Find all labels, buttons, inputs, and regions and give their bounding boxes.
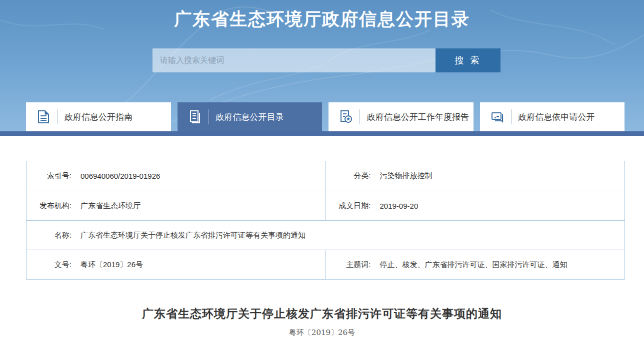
table-row: 发布机构: 广东省生态环境厅 成文日期: 2019-09-20 [26, 191, 624, 220]
search-button[interactable]: 搜 索 [436, 48, 500, 72]
meta-label: 发布机构: [26, 201, 72, 211]
meta-cell-index-number: 索引号: 006940060/2019-01926 [26, 161, 326, 191]
tab-label: 政府信息公开工作年度报告 [367, 111, 469, 123]
main-content: 索引号: 006940060/2019-01926 分类: 污染物排放控制 发布… [0, 161, 644, 338]
meta-cell-keywords: 主题词: 停止、核发、广东省排污许可证、国家排污许可证、通知 [326, 250, 625, 279]
meta-value: 006940060/2019-01926 [80, 172, 160, 180]
tab-label: 政府信息公开指南 [64, 111, 132, 123]
table-row: 索引号: 006940060/2019-01926 分类: 污染物排放控制 [26, 161, 624, 191]
search-input[interactable] [152, 48, 436, 72]
meta-value: 广东省生态环境厅 [80, 201, 140, 211]
tab-separator [360, 109, 360, 124]
meta-value: 2019-09-20 [380, 202, 418, 210]
meta-label: 名称: [26, 231, 72, 240]
tab-separator [511, 109, 512, 124]
page-title: 广东省生态环境厅政府信息公开目录 [0, 7, 644, 31]
meta-cell-category: 分类: 污染物排放控制 [326, 161, 625, 191]
tab-info-disclosure-guide[interactable]: 政府信息公开指南 [26, 102, 171, 131]
document-title: 广东省生态环境厅关于停止核发广东省排污许可证等有关事项的通知 [0, 306, 644, 322]
application-icon [490, 109, 505, 124]
tab-bar: 政府信息公开指南 政府信息公开目录 [26, 102, 624, 131]
meta-cell-document-name: 名称: 广东省生态环境厅关于停止核发广东省排污许可证等有关事项的通知 [26, 221, 624, 250]
meta-label: 分类: [326, 171, 371, 181]
table-row: 名称: 广东省生态环境厅关于停止核发广东省排污许可证等有关事项的通知 [26, 220, 624, 250]
meta-label: 文号: [26, 260, 72, 270]
meta-cell-issuing-agency: 发布机构: 广东省生态环境厅 [26, 191, 326, 220]
table-row: 文号: 粤环〔2019〕26号 主题词: 停止、核发、广东省排污许可证、国家排污… [26, 250, 624, 279]
tab-annual-report[interactable]: 政府信息公开工作年度报告 [328, 102, 474, 131]
page-header: 广东省生态环境厅政府信息公开目录 搜 索 政府信息公开指南 [0, 0, 644, 131]
tab-separator [57, 109, 58, 124]
meta-value: 停止、核发、广东省排污许可证、国家排污许可证、通知 [380, 260, 568, 270]
accent-bar [0, 131, 644, 136]
annual-report-icon [338, 109, 354, 124]
document-metadata-table: 索引号: 006940060/2019-01926 分类: 污染物排放控制 发布… [26, 161, 625, 280]
tab-label: 政府信息公开目录 [216, 111, 284, 123]
tab-disclosure-upon-request[interactable]: 政府信息依申请公开 [480, 102, 625, 131]
meta-label: 主题词: [326, 260, 371, 270]
meta-value: 污染物排放控制 [380, 171, 432, 181]
meta-cell-issue-date: 成文日期: 2019-09-20 [326, 191, 625, 220]
tab-label: 政府信息依申请公开 [518, 111, 595, 123]
document-number: 粤环〔2019〕26号 [0, 328, 644, 338]
catalog-icon [188, 109, 202, 124]
search-bar: 搜 索 [152, 48, 500, 72]
meta-label: 成文日期: [326, 201, 371, 211]
meta-value: 粤环〔2019〕26号 [80, 260, 143, 270]
meta-value: 广东省生态环境厅关于停止核发广东省排污许可证等有关事项的通知 [80, 231, 306, 240]
document-icon [36, 109, 51, 124]
tab-separator [208, 109, 209, 124]
tab-info-disclosure-catalog[interactable]: 政府信息公开目录 [178, 102, 322, 131]
meta-cell-document-number: 文号: 粤环〔2019〕26号 [26, 250, 326, 279]
meta-label: 索引号: [26, 171, 72, 181]
